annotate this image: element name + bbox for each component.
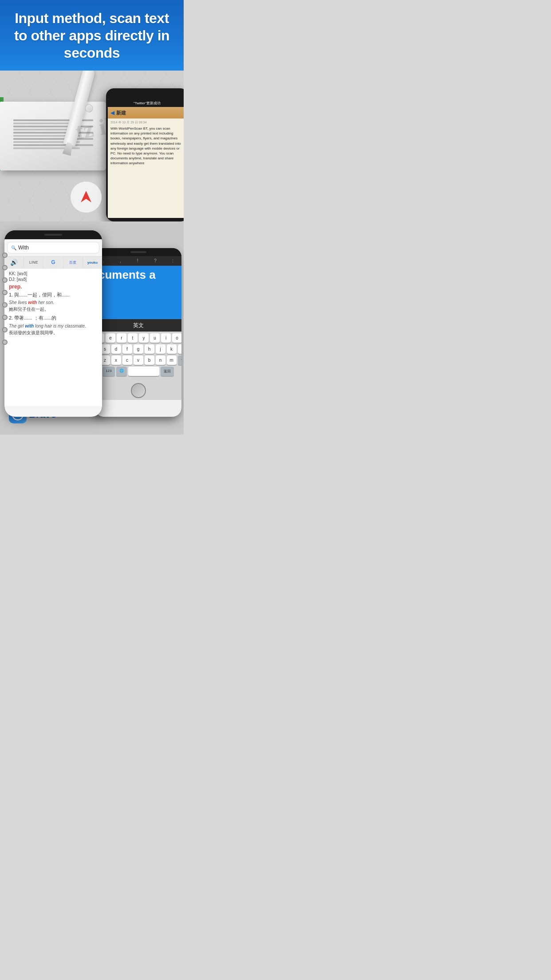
keyboard-row-4: 123 🌐 返回 [96,367,181,376]
key-m[interactable]: m [167,356,177,365]
phone-right-nav: ◀ 新建 [108,107,184,119]
dict-with-highlight: with [28,300,37,305]
dict-example1-zh: 她和兒子住在一起。 [9,306,98,312]
ring-1 [2,253,8,258]
key-y[interactable]: y [139,333,149,343]
keyboard-lang-bar: 英文 [95,319,181,332]
pen-button [84,103,94,113]
toolbar-youku-btn[interactable]: youku [83,257,102,268]
ring-7 [2,327,8,332]
key-x[interactable]: x [111,356,121,365]
phone-right-top: "Twitter"更新成功 ◀ 新建 2014 年 10 月 29 日 09:3… [106,88,184,221]
dict-example2-en: The girl with long hair is my classmate. [9,323,98,329]
key-l[interactable]: l [178,344,182,354]
ring-6 [2,315,8,320]
nav-back-icon[interactable]: ◀ [110,110,114,116]
header-title: Input method, scan text to other apps di… [8,10,176,62]
ring-5 [2,302,8,308]
phone-right-status: "Twitter"更新成功 [108,99,184,107]
keyboard-row-2: a s d f g h j k l [96,344,181,354]
dict-toolbar: 🔊 LINE G 百度 youku [4,256,102,269]
punct-colon[interactable]: : [172,258,173,263]
ring-4 [2,290,8,295]
key-c[interactable]: c [122,356,132,365]
ring-8 [2,340,8,345]
note-body-text: With WorldPenScan BT, you can scan infor… [110,126,181,165]
key-d[interactable]: d [111,344,121,354]
notebook-rings [2,253,8,345]
arrow-icon [77,188,95,206]
dict-content: KK: [wɪð] DJ: [wɪð] prep. 1. 與......一起，偕… [4,269,102,406]
dict-dj: DJ: [wɪð] [9,277,98,282]
key-globe[interactable]: 🌐 [116,367,127,376]
punct-dot[interactable]: . [103,258,104,263]
key-o[interactable]: o [172,333,181,343]
key-i[interactable]: i [161,333,171,343]
note-body: With WorldPenScan BT, you can scan infor… [110,126,184,166]
ring-3 [2,277,8,283]
home-button[interactable] [131,383,146,398]
key-b[interactable]: b [145,356,154,365]
toolbar-line-btn[interactable]: LINE [24,257,43,268]
keyboard-rows: q w e r t y u i o p a s d [95,332,181,379]
svg-marker-0 [81,191,91,202]
content-display-text: cuments a [98,269,178,281]
keyboard-row-1: q w e r t y u i o p [96,333,181,343]
keyboard-punct-bar: . , ! ? : [95,256,181,266]
key-n[interactable]: n [156,356,165,365]
search-icon: 🔍 [11,245,16,250]
toolbar-google-btn[interactable]: G [43,257,63,268]
dict-kk: KK: [wɪð] [9,271,98,276]
keyboard-home-area [95,379,181,400]
phone-right-bottom-screen: . , ! ? : cuments a 英文 q [95,256,181,417]
notification-text: "Twitter"更新成功 [134,101,161,106]
key-h[interactable]: h [145,344,154,354]
phone-right-speaker [130,251,146,253]
key-t[interactable]: t [128,333,138,343]
key-r[interactable]: r [117,333,126,343]
dict-with-blue-highlight: with [25,324,34,328]
key-123[interactable]: 123 [102,367,115,376]
dict-example1-en: She lives with her son. [9,300,98,306]
punct-question[interactable]: ? [154,258,157,263]
key-u[interactable]: u [150,333,160,343]
phone-right-bottom-notch [95,248,181,256]
lower-section: 🔍 With 🔊 LINE G 百度 youku KK: [wɪð] DJ: [… [0,221,184,435]
dict-def1: 1. 與......一起，偕同，和...... [9,292,98,298]
phone-left: 🔍 With 🔊 LINE G 百度 youku KK: [wɪð] DJ: [… [4,230,102,417]
search-input[interactable]: With [18,245,29,251]
key-g[interactable]: g [134,344,143,354]
phone-right-content: 2014 年 10 月 29 日 09:34 With WorldPenScan… [108,119,184,218]
key-space[interactable] [128,367,159,376]
arrow-circle [71,182,102,213]
scene-area: PENPOWER tz ik [0,71,184,221]
phone-right-screen: "Twitter"更新成功 ◀ 新建 2014 年 10 月 29 日 09:3… [108,99,184,218]
punct-exclaim[interactable]: ! [137,258,138,263]
toolbar-baidu-btn[interactable]: 百度 [63,257,83,268]
phone-left-screen: 🔍 With 🔊 LINE G 百度 youku KK: [wɪð] DJ: [… [4,239,102,417]
phone-right-bottom: . , ! ? : cuments a 英文 q [95,248,181,417]
key-j[interactable]: j [156,344,165,354]
keyboard-content-area: cuments a [95,266,181,319]
key-e[interactable]: e [106,333,115,343]
phone-container: 🔍 With 🔊 LINE G 百度 youku KK: [wɪð] DJ: [… [0,221,184,426]
dict-def2: 2. 帶著...... ；有......的 [9,315,98,321]
key-k[interactable]: k [167,344,177,354]
phone-left-speaker [44,234,62,236]
punct-comma[interactable]: , [120,258,121,263]
key-return[interactable]: 返回 [161,367,174,376]
ring-2 [2,265,8,270]
keyboard-row-3: ⇧ z x c v b n m ⌫ [96,356,181,365]
phone-left-notch [4,230,102,239]
header-banner: Input method, scan text to other apps di… [0,0,184,71]
pen-tip [62,142,74,156]
key-backspace[interactable]: ⌫ [178,356,182,365]
note-date: 2014 年 10 月 29 日 09:34 [110,120,184,125]
key-v[interactable]: v [134,356,143,365]
nav-title: 新建 [116,110,126,116]
dict-pos: prep. [9,284,98,290]
key-f[interactable]: f [122,344,132,354]
keyboard-lang-label: 英文 [133,322,144,329]
search-bar[interactable]: 🔍 With [7,242,99,253]
dict-example2-zh: 長頭發的女孩是我同學。 [9,330,98,336]
